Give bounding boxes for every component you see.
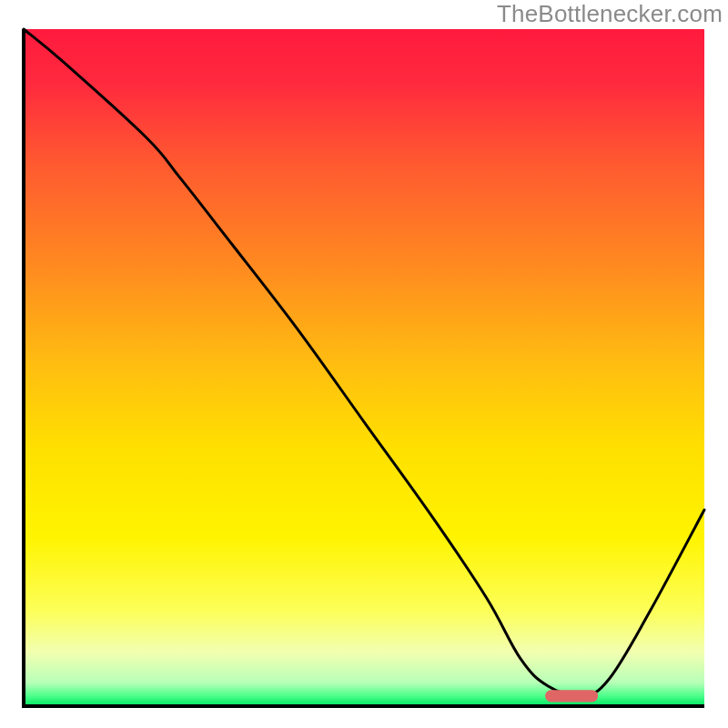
watermark-text: TheBottlenecker.com (497, 0, 723, 28)
chart-frame: TheBottlenecker.com (0, 0, 728, 728)
gradient-background (24, 29, 704, 706)
bottleneck-chart (0, 0, 728, 728)
